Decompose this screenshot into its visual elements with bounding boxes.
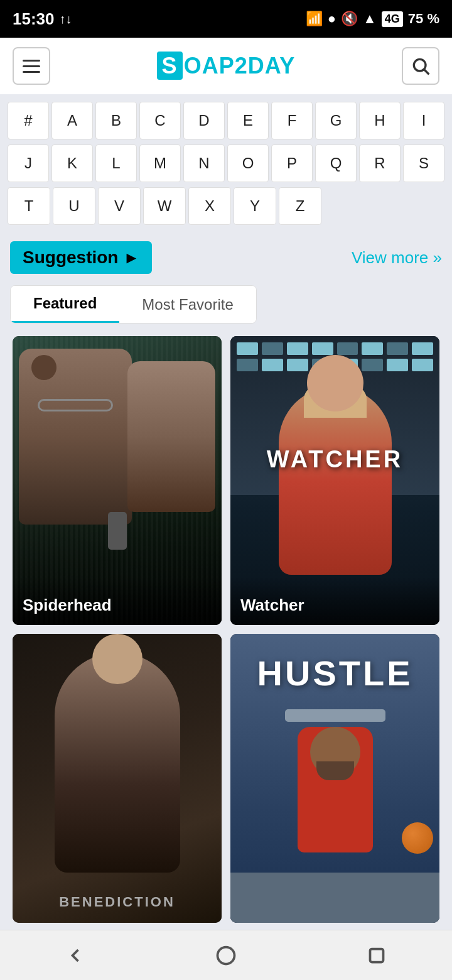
logo-rest: OAP2DAY <box>184 53 296 79</box>
svg-line-1 <box>424 70 429 74</box>
small-figure <box>108 512 127 550</box>
alpha-f[interactable]: F <box>271 102 313 139</box>
glasses-icon <box>38 399 113 411</box>
bene-head <box>92 634 143 684</box>
home-button[interactable] <box>207 937 245 974</box>
hustle-head <box>310 727 360 777</box>
alpha-v[interactable]: V <box>98 187 141 225</box>
alpha-e[interactable]: E <box>227 102 269 139</box>
bluetooth-icon: 📶 <box>306 11 323 27</box>
recents-icon <box>365 944 388 967</box>
suggestion-tabs: Featured Most Favorite <box>10 285 257 324</box>
app-logo: SOAP2DAY <box>157 53 296 79</box>
alpha-w[interactable]: W <box>143 187 186 225</box>
bene-figure <box>55 653 180 873</box>
home-icon <box>215 944 237 967</box>
movie-title-watcher: Watcher <box>230 577 439 625</box>
view-more-link[interactable]: View more » <box>352 248 442 268</box>
movie-card-watcher[interactable]: WATCHER Watcher <box>230 336 439 625</box>
face-left <box>19 349 132 525</box>
time: 15:30 <box>13 9 55 29</box>
network-icon: 4G <box>382 11 403 27</box>
alpha-d[interactable]: D <box>183 102 225 139</box>
watcher-figure <box>279 386 392 575</box>
alpha-a[interactable]: A <box>51 102 93 139</box>
alpha-k[interactable]: K <box>51 144 93 182</box>
hustle-ball <box>402 822 433 854</box>
alpha-y[interactable]: Y <box>234 187 276 225</box>
menu-button[interactable] <box>13 47 50 85</box>
hustle-figure <box>285 709 385 885</box>
movie-card-hustle[interactable]: HUSTLE Hustle <box>230 634 439 923</box>
alpha-t[interactable]: T <box>8 187 50 225</box>
alpha-b[interactable]: B <box>95 102 137 139</box>
alpha-m[interactable]: M <box>139 144 181 182</box>
suggestion-arrow-icon: ► <box>123 248 139 268</box>
logo-s: S <box>157 52 183 80</box>
watcher-head <box>307 355 363 411</box>
poster-benediction: BENEDICTION <box>13 634 222 923</box>
movie-title-spiderhead: Spiderhead <box>13 577 222 625</box>
alpha-z[interactable]: Z <box>279 187 321 225</box>
battery: 75 % <box>408 11 439 27</box>
menu-line2 <box>23 65 40 67</box>
alpha-r[interactable]: R <box>359 144 401 182</box>
menu-line1 <box>23 60 40 62</box>
hustle-seat <box>285 709 385 722</box>
alpha-i[interactable]: I <box>403 102 444 139</box>
alpha-o[interactable]: O <box>227 144 269 182</box>
alpha-g[interactable]: G <box>315 102 357 139</box>
suggestion-label: Suggestion ► <box>10 241 152 274</box>
suggestion-text: Suggestion <box>23 248 118 268</box>
alpha-hash[interactable]: # <box>8 102 49 139</box>
poster-hustle: HUSTLE <box>230 634 439 923</box>
activity-icon: ↑↓ <box>60 12 72 26</box>
back-button[interactable] <box>56 937 94 974</box>
watcher-film-title: WATCHER <box>267 446 403 473</box>
alpha-c[interactable]: C <box>139 102 181 139</box>
alpha-x[interactable]: X <box>188 187 231 225</box>
movie-grid: Spiderhead <box>10 336 442 923</box>
movie-card-spiderhead[interactable]: Spiderhead <box>13 336 222 625</box>
alpha-j[interactable]: J <box>8 144 49 182</box>
alpha-u[interactable]: U <box>53 187 95 225</box>
status-left: 15:30 ↑↓ <box>13 9 72 29</box>
back-icon <box>64 944 87 967</box>
recents-button[interactable] <box>358 937 396 974</box>
hustle-body <box>298 727 373 852</box>
app-header: SOAP2DAY <box>0 38 452 94</box>
alpha-p[interactable]: P <box>271 144 313 182</box>
movie-card-benediction[interactable]: BENEDICTION Benediction <box>13 634 222 923</box>
alpha-n[interactable]: N <box>183 144 225 182</box>
alpha-h[interactable]: H <box>359 102 401 139</box>
alpha-row-1: # A B C D E F G H I <box>6 101 446 141</box>
menu-line3 <box>23 71 40 73</box>
mute-icon: 🔇 <box>341 11 358 27</box>
hustle-film-title-text: HUSTLE <box>230 653 439 694</box>
alpha-l[interactable]: L <box>95 144 137 182</box>
suggestion-section: Suggestion ► View more » Featured Most F… <box>0 229 452 929</box>
alpha-row-2: J K L M N O P Q R S <box>6 143 446 183</box>
tab-most-favorite[interactable]: Most Favorite <box>119 286 256 323</box>
status-bar: 15:30 ↑↓ 📶 ● 🔇 ▲ 4G 75 % <box>0 0 452 38</box>
svg-point-0 <box>414 59 426 71</box>
bene-film-title-text: BENEDICTION <box>13 894 222 910</box>
alphabet-nav: # A B C D E F G H I J K L M N O P Q R S … <box>0 94 452 226</box>
alpha-s[interactable]: S <box>403 144 444 182</box>
suggestion-header: Suggestion ► View more » <box>10 241 442 274</box>
hustle-beard <box>316 761 354 780</box>
alpha-row-3: T U V W X Y Z <box>6 186 446 226</box>
bottom-nav <box>0 930 452 980</box>
signal-icon: ▲ <box>363 11 377 27</box>
face-right <box>127 361 215 512</box>
svg-point-2 <box>218 947 235 964</box>
search-button[interactable] <box>402 47 439 85</box>
alpha-q[interactable]: Q <box>315 144 357 182</box>
status-right: 📶 ● 🔇 ▲ 4G 75 % <box>306 11 439 27</box>
tab-featured[interactable]: Featured <box>11 286 119 323</box>
svg-rect-3 <box>370 949 384 962</box>
location-icon: ● <box>328 11 336 27</box>
content-area: # A B C D E F G H I J K L M N O P Q R S … <box>0 94 452 980</box>
